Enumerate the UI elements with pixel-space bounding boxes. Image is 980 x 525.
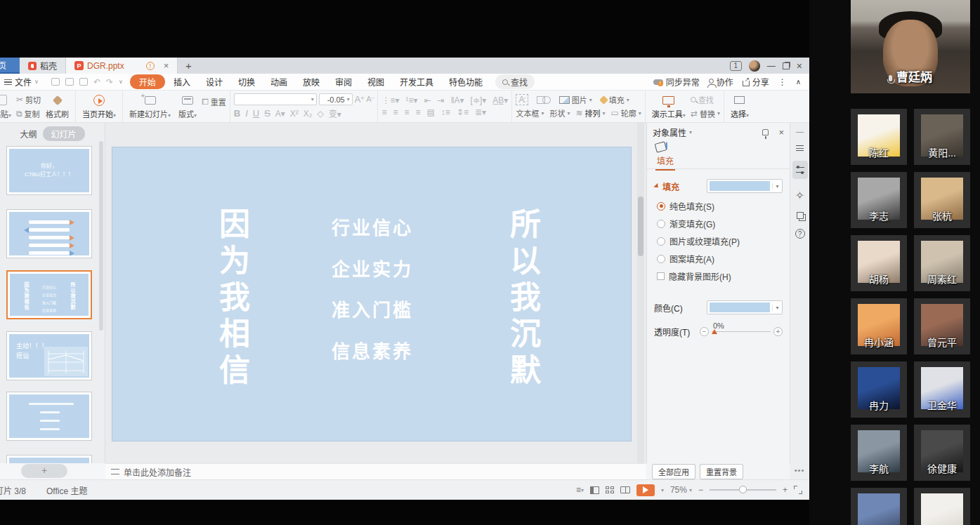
align-right-button[interactable]: ≡ [404, 107, 409, 117]
textbox-button[interactable]: 文本框▾ [516, 107, 544, 119]
clipboard-panel-icon[interactable] [797, 212, 804, 219]
slide-item-3[interactable]: 准入门槛 [316, 295, 429, 321]
format-painter-button[interactable]: 格式刷 [43, 93, 72, 120]
minimize-button[interactable]: — [767, 61, 776, 71]
participant-tile[interactable]: 张杭 [914, 172, 970, 228]
text-effect-button[interactable]: 变▾ [329, 107, 341, 119]
align-center-button[interactable]: ≡ [393, 107, 398, 117]
ribbon-tab-transition[interactable]: 切换 [231, 74, 262, 89]
participant-tile[interactable]: 曾元平 [914, 298, 970, 354]
subscript-button[interactable]: X₂ [303, 109, 313, 119]
tab-document[interactable]: P DGR.pptx ! × [66, 58, 178, 74]
underline-button[interactable]: U [253, 108, 259, 119]
share-button[interactable]: 分享 [743, 76, 769, 88]
option-gradient-fill[interactable]: 渐变填充(G) [647, 215, 790, 232]
slide-left-text[interactable]: 因为我相信 [209, 208, 254, 390]
font-color-button[interactable]: A▾ [275, 109, 285, 119]
present-tools-button[interactable]: 演示工具▾ [649, 93, 688, 120]
new-tab-button[interactable]: + [178, 58, 199, 74]
ribbon-tab-review[interactable]: 审阅 [328, 74, 359, 89]
participant-tile[interactable]: 卫金华 [914, 361, 970, 418]
collapse-ribbon-icon[interactable]: ∧ [796, 78, 801, 86]
workspace-badge[interactable]: 1 [730, 61, 742, 71]
clear-format-button[interactable]: ◇ [318, 109, 324, 119]
slideshow-play-button[interactable] [636, 484, 655, 496]
speaker-video[interactable]: 曹廷炳 [851, 0, 970, 93]
preview-icon[interactable] [79, 78, 88, 86]
ribbon-tab-devtools[interactable]: 开发工具 [393, 74, 440, 89]
collaborate-button[interactable]: 协作 [709, 76, 733, 88]
fill-color-dropdown[interactable]: ▾ [707, 179, 783, 193]
layout-button[interactable]: 版式▾ [176, 93, 200, 120]
participant-tile[interactable]: 周素红 [914, 235, 970, 291]
reset-button[interactable]: ⧠重置 [202, 96, 226, 107]
option-pattern-fill[interactable]: 图案填充(A) [647, 250, 790, 267]
zoom-in-button[interactable]: + [783, 485, 788, 495]
slide-thumbnail-1[interactable]: 你好， CTBU打工人！！！ [6, 146, 92, 195]
pin-icon[interactable] [762, 129, 769, 135]
zoom-out-button[interactable]: − [698, 485, 703, 495]
add-slide-button[interactable]: + [21, 464, 67, 478]
justify-button[interactable]: ≡ [415, 107, 420, 117]
more-options-icon[interactable]: ⋮ [778, 77, 787, 87]
slide-thumbnail-6[interactable] [6, 455, 92, 463]
restore-button[interactable] [783, 62, 790, 69]
option-solid-fill[interactable]: 纯色填充(S) [647, 197, 790, 215]
fill-tab[interactable]: 填充 [655, 152, 675, 171]
participant-tile[interactable]: 胡杨 [851, 235, 907, 291]
arrange-button[interactable]: ≋排列▾ [575, 107, 605, 119]
ribbon-tab-special[interactable]: 特色功能 [442, 74, 490, 89]
tab-close-icon[interactable]: × [164, 60, 169, 71]
save-icon[interactable] [51, 78, 60, 86]
ribbon-tab-design[interactable]: 设计 [199, 74, 230, 89]
slides-tab[interactable]: 幻灯片 [43, 126, 85, 141]
zoom-slider[interactable] [710, 489, 776, 491]
ribbon-tab-slideshow[interactable]: 放映 [296, 74, 327, 89]
strikethrough-button[interactable]: S [264, 108, 270, 119]
decrease-font-icon[interactable]: A⁻ [366, 95, 374, 104]
decrease-indent-button[interactable]: ⇤ [424, 95, 431, 105]
replace-button[interactable]: ⇄替换▾ [691, 108, 720, 119]
tab-docer[interactable]: 稻壳 [20, 58, 66, 74]
slide-right-text[interactable]: 所以我沉默 [500, 208, 545, 390]
sync-status[interactable]: 同步异常 [653, 76, 700, 88]
play-from-current-button[interactable]: 当页开始▾ [79, 93, 119, 120]
text-direction-button[interactable]: ‖A▾ [451, 95, 464, 105]
participant-tile[interactable] [851, 488, 907, 525]
new-slide-button[interactable]: 新建幻灯片▾ [126, 93, 174, 120]
participant-tile[interactable]: 冉力 [851, 361, 907, 418]
distribute-button[interactable]: ▤ [427, 107, 435, 117]
align-text-button[interactable]: [≑]▾ [471, 95, 487, 105]
zoom-level[interactable]: 75%▾ [670, 485, 692, 495]
close-button[interactable]: × [797, 60, 802, 72]
reset-background-button[interactable]: 重置背景 [700, 464, 743, 479]
copy-button[interactable]: ⧉复制 [16, 108, 41, 119]
participant-tile[interactable]: 陈红 [851, 109, 907, 165]
ribbon-tab-animation[interactable]: 动画 [263, 74, 294, 89]
cut-button[interactable]: ✂剪切 [16, 94, 41, 105]
font-size-combo[interactable]: -0.05▾ [319, 93, 353, 105]
slide-item-2[interactable]: 企业实力 [316, 255, 429, 281]
fill-button[interactable]: 填充▾ [601, 94, 629, 105]
thumbnail-scrollbar[interactable] [99, 141, 103, 331]
properties-strip-button-active[interactable] [792, 161, 808, 179]
spacing-options-button[interactable]: ≣▾ [475, 107, 486, 117]
fit-slide-icon[interactable] [794, 486, 802, 494]
font-name-combo[interactable]: ▾ [234, 93, 317, 105]
slide-item-4[interactable]: 信息素养 [316, 337, 429, 363]
ribbon-tab-insert[interactable]: 插入 [166, 74, 197, 89]
section-collapse-icon[interactable] [653, 183, 660, 190]
normal-view-icon[interactable] [590, 486, 599, 494]
bullets-button[interactable]: ⋮≡▾ [381, 95, 399, 105]
option-picture-fill[interactable]: 图片或纹理填充(P) [647, 232, 790, 250]
ribbon-tab-home[interactable]: 开始 [130, 74, 165, 89]
line-spacing-button[interactable]: ↕≡ [441, 107, 450, 117]
participant-tile[interactable]: 黄阳... [914, 109, 970, 165]
smart-beautify-icon[interactable]: ✧ [795, 189, 804, 202]
notes-toggle-icon[interactable]: ≡▾ [576, 485, 584, 495]
slide-thumbnail-4[interactable]: 主动！！！ 搭讪 [6, 331, 92, 380]
ribbon-tab-view[interactable]: 视图 [360, 74, 391, 89]
account-avatar[interactable] [749, 60, 760, 72]
find-pill[interactable]: 查找 [495, 74, 535, 89]
transparency-minus-button[interactable]: − [700, 327, 709, 336]
